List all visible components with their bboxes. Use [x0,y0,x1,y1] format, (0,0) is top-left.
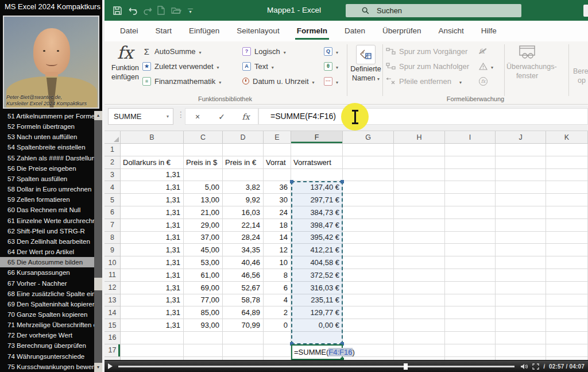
row-header-1[interactable]: 1 [105,144,121,156]
customize-qat-icon[interactable]: —▾ [188,7,193,13]
lesson-item[interactable]: 60 Das Rechnen mit Null [0,205,94,215]
search-box[interactable]: Suchen [346,4,521,17]
more-functions-button[interactable]: ··· [324,74,338,88]
cell-H16[interactable] [394,332,445,344]
cell-G16[interactable] [343,332,394,344]
save-icon[interactable] [113,6,122,16]
cell-D9[interactable]: 34,35 [223,244,264,256]
cell-J5[interactable] [496,194,546,206]
cell-B7[interactable]: 1,31 [121,219,184,232]
cell-I14[interactable] [445,306,496,319]
cell-I16[interactable] [445,332,496,344]
cell-E4[interactable]: 36 [264,181,291,194]
enter-icon[interactable]: ✓ [210,112,234,121]
date-time-button[interactable]: Datum u. Uhrzeit [242,74,315,88]
row-header-17[interactable]: 17 [105,344,121,357]
cell-E17[interactable] [264,344,291,357]
cell-G1[interactable] [343,144,394,156]
cell-J1[interactable] [496,144,546,156]
cell-G11[interactable] [343,269,394,282]
calculation-options-button[interactable]: Bere op [573,45,588,85]
cell-H4[interactable] [394,181,445,194]
cell-E2[interactable]: Vorrat [264,156,291,169]
column-header-D[interactable]: D [223,131,264,144]
lesson-item[interactable]: 72 Der vorherige Wert [0,330,94,340]
cell-D16[interactable] [223,332,264,344]
lesson-item[interactable]: 73 Berechnung überprüfen [0,340,94,351]
cell-D10[interactable]: 40,46 [223,256,264,269]
row-header-10[interactable]: 10 [105,256,121,269]
cell-F1[interactable] [291,144,343,156]
cell-E14[interactable]: 2 [264,306,291,319]
cell-I2[interactable] [445,156,496,169]
cell-I15[interactable] [445,319,496,332]
cell-G13[interactable] [343,294,394,307]
lesson-item[interactable]: 74 Währungsunterschiede [0,351,94,362]
column-header-E[interactable]: E [264,131,291,144]
show-formulas-button[interactable]: fx [479,44,485,58]
cell-H8[interactable] [394,232,445,244]
row-header-7[interactable]: 7 [105,219,121,232]
column-header-C[interactable]: C [184,131,223,144]
scroll-up-icon[interactable]: ▲ [94,111,102,120]
column-header-J[interactable]: J [496,131,546,144]
cell-B9[interactable]: 1,31 [121,244,184,256]
cell-J7[interactable] [496,219,546,232]
info-icon[interactable]: i [543,363,545,370]
logical-button[interactable]: ? Logisch [242,44,286,58]
cell-I11[interactable] [445,269,496,282]
tab-einfügen[interactable]: Einfügen [180,21,228,41]
cell-D13[interactable]: 58,78 [223,294,264,307]
cell-E9[interactable]: 12 [264,244,291,256]
cell-H3[interactable] [394,169,445,182]
undo-button[interactable]: ▾ [129,6,137,15]
row-header-4[interactable]: 4 [105,181,121,194]
cell-E12[interactable]: 6 [264,282,291,294]
cell-I1[interactable] [445,144,496,156]
cell-H14[interactable] [394,306,445,319]
column-header-G[interactable]: G [343,131,394,144]
cell-K3[interactable] [546,169,588,182]
cell-D11[interactable]: 46,56 [223,269,264,282]
cell-E6[interactable]: 24 [264,206,291,219]
cell-I8[interactable] [445,232,496,244]
row-header-8[interactable]: 8 [105,232,121,244]
cell-D5[interactable]: 9,92 [223,194,264,206]
tab-hilfe[interactable]: Hilfe [473,21,505,41]
cell-K13[interactable] [546,294,588,307]
lesson-item[interactable]: 57 Spalten ausfüllen [0,174,94,184]
cell-B1[interactable] [121,144,184,156]
cell-B15[interactable]: 1,31 [121,319,184,332]
cell-H2[interactable] [394,156,445,169]
lookup-reference-button[interactable]: Q [324,44,338,58]
autosum-button[interactable]: Σ AutoSumme [142,44,202,58]
lesson-scrollbar[interactable]: ▲ ▼ [94,111,102,372]
cell-C17[interactable] [184,344,223,357]
lesson-item[interactable]: 62 Shift-Pfeil und STRG-R [0,226,94,236]
cell-J9[interactable] [496,244,546,256]
cell-K7[interactable] [546,219,588,232]
cell-G9[interactable] [343,244,394,256]
formula-input[interactable]: =SUMME(F4:F16) [258,108,588,125]
lesson-item[interactable]: 59 Zellen formatieren [0,194,94,205]
cell-D14[interactable]: 64,89 [223,306,264,319]
cell-J2[interactable] [496,156,546,169]
text-functions-button[interactable]: A Text [242,59,274,73]
cell-B4[interactable]: 1,31 [121,181,184,194]
lesson-item[interactable]: 67 Vorher - Nachher [0,278,94,289]
cell-K12[interactable] [546,282,588,294]
cell-C2[interactable]: Preis in $ [184,156,223,169]
cell-G5[interactable] [343,194,394,206]
cell-C4[interactable]: 5,00 [184,181,223,194]
lesson-item[interactable]: 66 Kursanpassungen [0,267,94,278]
cell-C6[interactable]: 21,00 [184,206,223,219]
cell-J13[interactable] [496,294,546,307]
cell-D8[interactable]: 28,24 [223,232,264,244]
cell-C8[interactable]: 37,00 [184,232,223,244]
cell-E3[interactable] [264,169,291,182]
cell-G3[interactable] [343,169,394,182]
cell-F3[interactable] [291,169,343,182]
column-header-H[interactable]: H [394,131,445,144]
name-box-caret-icon[interactable]: ▾ [167,109,169,124]
cell-H11[interactable] [394,269,445,282]
